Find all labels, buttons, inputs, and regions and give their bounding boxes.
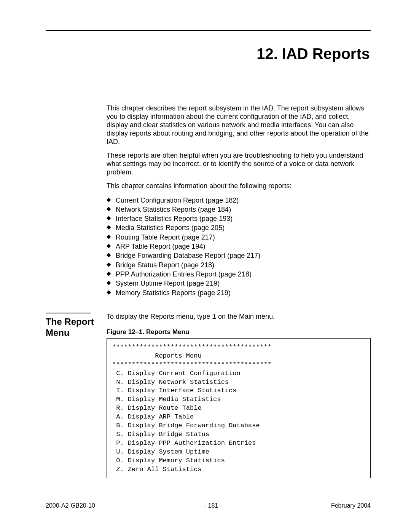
footer-doc-id: 2000-A2-GB20-10 xyxy=(46,502,95,509)
footer-page-number: - 181 - xyxy=(204,502,222,509)
chapter-title: 12. IAD Reports xyxy=(46,45,371,62)
side-heading-rule xyxy=(46,313,91,313)
intro-paragraph-1: This chapter describes the report subsys… xyxy=(107,104,371,146)
figure-caption: Figure 12–1. Reports Menu xyxy=(107,328,371,336)
intro-block: This chapter describes the report subsys… xyxy=(46,104,371,313)
list-item: System Uptime Report (page 219) xyxy=(107,279,371,288)
intro-paragraph-2: These reports are often helpful when you… xyxy=(107,152,371,177)
list-item: Memory Statistics Reports (page 219) xyxy=(107,288,371,297)
list-item: ARP Table Report (page 194) xyxy=(107,242,371,251)
footer-date: February 2004 xyxy=(331,502,371,509)
section-main: To display the Reports menu, type 1 on t… xyxy=(107,313,371,478)
report-menu-section: The Report Menu To display the Reports m… xyxy=(46,313,371,478)
list-item: Bridge Forwarding Database Report (page … xyxy=(107,251,371,260)
side-heading: The Report Menu xyxy=(46,316,107,339)
intro-main: This chapter describes the report subsys… xyxy=(107,104,371,313)
intro-paragraph-3: This chapter contains information about … xyxy=(107,182,371,190)
list-item: Routing Table Report (page 217) xyxy=(107,233,371,242)
section-lead: To display the Reports menu, type 1 on t… xyxy=(107,313,371,321)
list-item: Bridge Status Report (page 218) xyxy=(107,260,371,270)
list-item: Network Statistics Reports (page 184) xyxy=(107,205,371,214)
list-item: PPP Authorization Entries Report (page 2… xyxy=(107,270,371,279)
list-item: Current Configuration Report (page 182) xyxy=(107,196,371,205)
side-column: The Report Menu xyxy=(46,313,107,339)
list-item: Media Statistics Reports (page 205) xyxy=(107,223,371,232)
report-list: Current Configuration Report (page 182) … xyxy=(107,196,371,297)
document-page: 12. IAD Reports This chapter describes t… xyxy=(0,0,411,532)
page-footer: 2000-A2-GB20-10 - 181 - February 2004 xyxy=(46,502,371,509)
lead-text-after: on the Main menu. xyxy=(216,313,275,320)
lead-text-before: To display the Reports menu, type xyxy=(107,313,212,320)
lead-code: 1 xyxy=(212,313,216,321)
list-item: Interface Statistics Reports (page 193) xyxy=(107,214,371,223)
reports-menu-box: ****************************************… xyxy=(107,338,371,478)
top-rule xyxy=(46,30,371,31)
